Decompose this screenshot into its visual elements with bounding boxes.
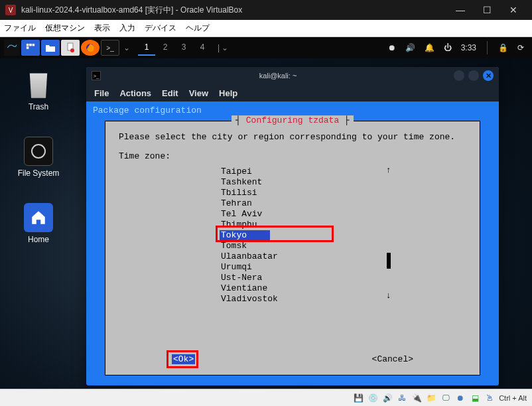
filesystem-icon: [24, 137, 53, 166]
kali-panel: >_ ⌄ 1 2 3 4 | ⌄ ⏺ 🔊 🔔 ⏻ 3:33 🔒 ⟳: [0, 37, 532, 58]
svg-rect-2: [33, 44, 35, 46]
terminal-titlebar[interactable]: >_ kali@kali: ~ ✕: [86, 67, 499, 84]
terminal-maximize-button[interactable]: [468, 70, 479, 81]
vbox-menu-input[interactable]: 入力: [119, 23, 135, 34]
terminal-title: kali@kali: ~: [106, 72, 450, 80]
vbox-menu-help[interactable]: ヘルプ: [186, 23, 210, 34]
vbox-mouse-icon[interactable]: 🖯: [484, 393, 495, 403]
panel-clock[interactable]: 3:33: [461, 43, 476, 52]
workspace-menu-icon[interactable]: | ⌄: [218, 43, 228, 52]
desktop-filesystem[interactable]: File System: [12, 137, 65, 178]
terminal-launcher-icon[interactable]: >_: [101, 40, 119, 56]
terminal-window: >_ kali@kali: ~ ✕ File Actions Edit View…: [86, 67, 499, 385]
power-icon[interactable]: ⏻: [444, 43, 452, 52]
cancel-button[interactable]: <Cancel>: [372, 354, 413, 364]
file-manager-icon[interactable]: [41, 40, 60, 56]
config-dialog: Configuring tzdata Please select the cit…: [105, 121, 480, 375]
timezone-option[interactable]: Taipei: [220, 167, 392, 177]
vbox-display-icon[interactable]: 🖵: [440, 393, 451, 403]
desktop-home[interactable]: Home: [12, 203, 65, 244]
vbox-optical-icon[interactable]: 💿: [367, 393, 378, 403]
svg-rect-1: [29, 44, 32, 46]
timezone-option[interactable]: Tel Aviv: [220, 209, 392, 220]
vbox-menubar: ファイル 仮想マシン 表示 入力 デバイス ヘルプ: [0, 20, 532, 37]
workspace-3[interactable]: 3: [175, 40, 192, 56]
terminal-menu-file[interactable]: File: [94, 88, 109, 98]
firefox-icon[interactable]: [81, 40, 100, 56]
guest-desktop: >_ ⌄ 1 2 3 4 | ⌄ ⏺ 🔊 🔔 ⏻ 3:33 🔒 ⟳ Trash …: [0, 37, 532, 389]
terminal-minimize-button[interactable]: [454, 70, 464, 81]
timezone-option[interactable]: Urumqi: [220, 262, 392, 273]
svg-point-5: [70, 48, 74, 52]
workspace-2[interactable]: 2: [157, 40, 174, 56]
scrollbar-thumb[interactable]: [387, 253, 391, 269]
workspace-4[interactable]: 4: [194, 40, 211, 56]
notifications-icon[interactable]: 🔔: [425, 43, 434, 52]
terminal-menu-view[interactable]: View: [189, 88, 208, 98]
dialog-prompt: Please select the city or region corresp…: [119, 132, 466, 142]
vbox-hdd-icon[interactable]: 💾: [353, 393, 364, 403]
vbox-shared-icon[interactable]: 📁: [426, 393, 436, 403]
virtualbox-icon: V: [5, 5, 16, 15]
scroll-down-icon: ↓: [385, 291, 392, 301]
vbox-menu-file[interactable]: ファイル: [4, 23, 36, 34]
terminal-menu-actions[interactable]: Actions: [119, 88, 151, 98]
volume-icon[interactable]: 🔊: [405, 43, 415, 52]
vbox-statusbar: 💾 💿 🔊 🖧 🔌 📁 🖵 ⏺ ⬓ 🖯 Ctrl + Alt: [0, 389, 532, 406]
timezone-option[interactable]: Vladivostok: [220, 294, 392, 304]
workspace-1[interactable]: 1: [138, 40, 155, 56]
timezone-option[interactable]: Tashkent: [220, 177, 392, 188]
vbox-menu-machine[interactable]: 仮想マシン: [45, 23, 85, 34]
svg-rect-3: [27, 46, 29, 49]
close-button[interactable]: ✕: [500, 0, 527, 20]
trash-icon: [24, 70, 53, 100]
terminal-menu-help[interactable]: Help: [219, 88, 237, 98]
timezone-option[interactable]: Ulaanbaatar: [220, 251, 392, 262]
timezone-option[interactable]: Tokyo: [220, 230, 270, 241]
timezone-list[interactable]: ↑ TaipeiTashkentTbilisiTehranTel AvivThi…: [220, 167, 392, 299]
desktop-icon-label: Trash: [12, 102, 65, 111]
timezone-option[interactable]: Tbilisi: [220, 188, 392, 198]
timezone-option[interactable]: Tehran: [220, 198, 392, 209]
system-tray: ⏺ 🔊 🔔 ⏻ 3:33 🔒 ⟳: [388, 41, 528, 54]
timezone-option[interactable]: Thimphu: [220, 220, 392, 230]
ok-button[interactable]: <Ok>: [172, 354, 195, 364]
screen-recorder-icon[interactable]: ⏺: [388, 43, 396, 52]
terminal-title-icon: >_: [92, 71, 101, 80]
desktop-icon-label: File System: [12, 169, 65, 178]
workspace-switcher: 1 2 3 4: [138, 40, 211, 56]
terminal-menubar: File Actions Edit View Help: [86, 84, 499, 102]
vbox-recording-icon[interactable]: ⏺: [455, 393, 466, 403]
dialog-title: Configuring tzdata: [232, 115, 354, 125]
timezone-label: Time zone:: [119, 151, 466, 161]
vbox-hostkey: Ctrl + Alt: [499, 394, 527, 402]
logout-icon[interactable]: ⟳: [517, 43, 524, 52]
svg-rect-0: [27, 44, 29, 46]
dropdown-arrow-icon[interactable]: ⌄: [123, 43, 130, 52]
vbox-window-title: kali-linux-2024.4-virtualbox-amd64 [実行中]…: [21, 5, 447, 16]
timezone-option[interactable]: Ust-Nera: [220, 273, 392, 283]
terminal-close-button[interactable]: ✕: [483, 70, 494, 81]
terminal-menu-edit[interactable]: Edit: [162, 88, 178, 98]
desktop-icon-label: Home: [12, 235, 65, 244]
desktop-trash[interactable]: Trash: [12, 70, 65, 111]
vbox-titlebar: V kali-linux-2024.4-virtualbox-amd64 [実行…: [0, 0, 532, 20]
launcher-app-icon[interactable]: [21, 40, 40, 56]
kali-menu-icon[interactable]: [4, 40, 20, 56]
vbox-network-icon[interactable]: 🖧: [397, 393, 407, 403]
minimize-button[interactable]: —: [447, 0, 474, 20]
lock-icon[interactable]: 🔒: [498, 43, 508, 52]
timezone-option[interactable]: Tomsk: [220, 241, 392, 251]
timezone-option[interactable]: Vientiane: [220, 283, 392, 294]
vbox-audio-icon[interactable]: 🔊: [382, 393, 393, 403]
vbox-usb-icon[interactable]: 🔌: [411, 393, 422, 403]
cherrytree-icon[interactable]: [61, 40, 80, 56]
maximize-button[interactable]: ☐: [474, 0, 500, 20]
vbox-menu-view[interactable]: 表示: [94, 23, 110, 34]
vbox-menu-devices[interactable]: デバイス: [145, 23, 176, 34]
terminal-body: Package configuration Configuring tzdata…: [86, 102, 499, 385]
home-icon: [24, 203, 53, 232]
vbox-guest-additions-icon[interactable]: ⬓: [470, 393, 480, 403]
